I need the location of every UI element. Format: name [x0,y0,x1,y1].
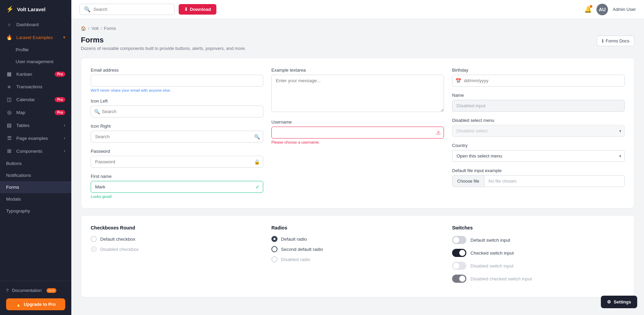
textarea-input[interactable] [271,75,444,112]
sidebar-item-page-examples[interactable]: ☰ Page examples › [0,132,71,145]
sidebar-item-tables[interactable]: ▤ Tables › [0,119,71,132]
notification-button[interactable]: 🔔 [584,6,592,13]
fire-icon: 🔥 [6,34,12,40]
breadcrumb-volt[interactable]: Volt [91,26,99,31]
file-choose-button[interactable]: Choose file [452,175,484,187]
email-input[interactable] [91,75,263,87]
sidebar-item-laravel-examples[interactable]: 🔥 Laravel Examples ▾ [0,31,71,44]
sidebar-item-kanban[interactable]: ▦ Kanban Pro [0,68,71,80]
download-button[interactable]: ⬇ Download [179,4,216,15]
sidebar-item-components[interactable]: ⊞ Components › [0,145,71,158]
dashboard-icon: ○ [6,22,12,27]
sidebar-item-label: Calendar [16,97,35,102]
sidebar-item-documentation[interactable]: ? Documentation v1.0 [6,286,65,295]
icon-left-group: Icon Left 🔍 [91,98,263,117]
breadcrumb-current: Forms [104,26,116,31]
switch-disabled-checked-label: Disabled checked switch input [470,276,532,281]
switch-item-checked[interactable]: Checked switch input [452,249,625,257]
radio-default[interactable] [271,236,278,242]
sidebar-item-label: Page examples [16,136,48,141]
form-column-3: Birthday 📅 Name Disabled select menu [452,68,625,199]
sidebar-item-typography[interactable]: Typography [0,205,71,217]
avatar: AU [596,4,608,15]
sidebar-item-buttons[interactable]: Buttons [0,158,71,169]
birthday-label: Birthday [452,68,625,73]
checkboxes-title: Checkboxes Round [91,225,263,230]
pro-badge: Pro [55,97,65,102]
sidebar: ⚡ Volt Laravel ○ Dashboard 🔥 Laravel Exa… [0,0,71,315]
chevron-down-icon: ▾ [63,35,65,40]
icon-left-label: Icon Left [91,98,263,104]
password-input[interactable] [91,156,263,168]
radio-item-default[interactable]: Default radio [271,236,444,242]
checkbox-item-default[interactable]: Default checkbox [91,236,263,242]
radio-second[interactable] [271,246,278,252]
chevron-right-icon: › [64,136,65,141]
page-header: Forms Dozens of reusable components buil… [81,36,634,51]
modals-label: Modals [6,197,21,202]
textarea-group: Example textarea [271,68,444,113]
pro-badge: Pro [55,72,65,77]
calendar-icon: ◫ [6,96,12,103]
switch-checked[interactable] [452,249,466,257]
forms-docs-button[interactable]: ℹ Forms Docs [597,36,634,46]
typography-label: Typography [6,208,30,214]
transactions-icon: ≡ [6,84,12,90]
info-icon: ℹ [602,38,604,43]
radio-disabled [271,256,278,262]
question-icon: ? [6,288,8,293]
username-input[interactable] [271,127,444,138]
forms-label: Forms [6,185,19,190]
checkbox-item-disabled: Disabled checkbox [91,246,263,252]
birthday-input[interactable] [452,75,625,87]
gear-icon: ⚙ [607,299,611,304]
page-subtitle: Dozens of reusable components built to p… [81,46,246,51]
sidebar-logo[interactable]: ⚡ Volt Laravel [0,0,71,18]
disabled-select-group: Disabled select menu Disabled select ▾ [452,118,625,137]
icon-left-input[interactable] [91,106,263,117]
topbar-right: 🔔 AU Admin User [584,4,636,15]
country-group: Country Open this select menu ▾ [452,143,625,162]
lock-icon: 🔒 [254,159,260,165]
radios-section: Radios Default radio Second default radi… [271,225,444,288]
sidebar-item-calendar[interactable]: ◫ Calendar Pro [0,93,71,106]
icon-left-wrap: 🔍 [91,106,263,117]
sidebar-item-map[interactable]: ◎ Map Pro [0,106,71,119]
topbar: 🔍 ⬇ Download 🔔 AU Admin User [71,0,644,19]
firstname-input[interactable] [91,181,263,193]
checkbox-default-label: Default checkbox [100,237,136,242]
radio-item-second[interactable]: Second default radio [271,246,444,252]
icon-right-input[interactable] [91,131,263,143]
sidebar-item-forms[interactable]: Forms [0,181,71,193]
firstname-wrap: ✓ [91,181,263,193]
checkbox-disabled-label: Disabled checkbox [100,247,139,252]
search-box[interactable]: 🔍 [79,4,175,15]
upgrade-button[interactable]: 🔥 Upgrade to Pro [6,298,65,310]
app-name: Volt Laravel [17,6,46,12]
sidebar-item-user-management[interactable]: User management [0,56,71,68]
birthday-group: Birthday 📅 [452,68,625,87]
notifications-label: Notifications [6,173,31,178]
sidebar-item-profile[interactable]: Profile [0,44,71,56]
chevron-right-icon: › [64,123,65,128]
bolt-icon: ⚡ [6,5,14,13]
sidebar-item-label: Kanban [16,72,32,77]
home-icon[interactable]: 🏠 [81,26,86,31]
check-icon: ✓ [255,184,260,190]
firstname-group: First name ✓ Looks good! [91,174,263,199]
search-input[interactable] [93,7,170,12]
sidebar-item-transactions[interactable]: ≡ Transactions [0,80,71,93]
sidebar-item-notifications[interactable]: Notifications [0,169,71,181]
settings-button[interactable]: ⚙ Settings [601,296,637,308]
sidebar-item-dashboard[interactable]: ○ Dashboard [0,18,71,31]
switch-item-default[interactable]: Default switch input [452,236,625,244]
country-select[interactable]: Open this select menu [452,150,625,162]
sidebar-item-modals[interactable]: Modals [0,193,71,205]
download-icon: ⬇ [184,7,188,12]
laravel-examples-subnav: Profile User management [0,44,71,68]
radio-default-label: Default radio [281,237,307,242]
password-group: Password 🔒 [91,149,263,168]
checkbox-default[interactable] [91,236,97,242]
switch-default[interactable] [452,236,466,244]
file-input-group: Default file input example Choose file N… [452,168,625,187]
